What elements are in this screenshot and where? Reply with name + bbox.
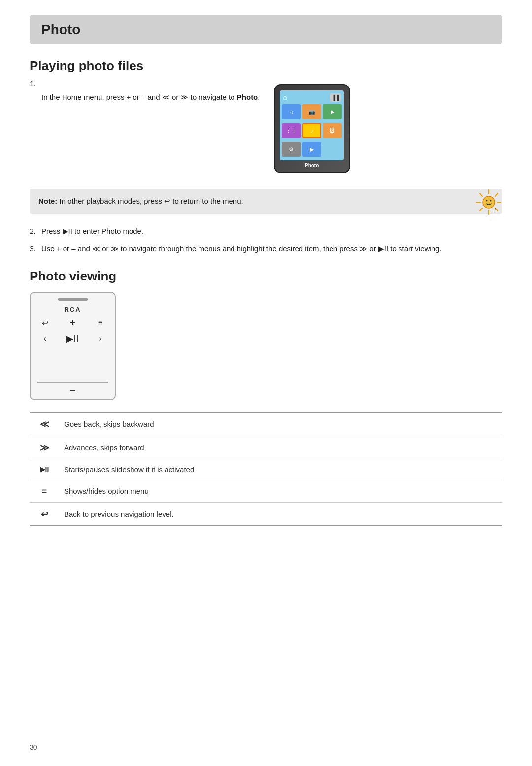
remote-mock-container: RCA ↩ + ≡ ‹ ▶II › – (30, 292, 502, 400)
remote-brand: RCA (64, 306, 81, 313)
control-desc-menu: Shows/hides option menu (59, 480, 502, 502)
control-row-nav: ↩ Back to previous navigation level. (30, 502, 502, 526)
step-1-num: 1. (30, 78, 36, 90)
control-row-back: ≪ Goes back, skips backward (30, 413, 502, 436)
remote-control: RCA ↩ + ≡ ‹ ▶II › – (30, 292, 116, 400)
remote-row-2: ‹ ▶II › (38, 333, 107, 344)
device-label: Photo (305, 162, 319, 169)
steps-list-2: 2. Press ▶II to enter Photo mode. 3. Use… (30, 226, 502, 255)
svg-line-5 (480, 208, 482, 211)
device-mock: ⌂ ▐▐ ♫ 📷 ▶ ⋮⋮ ♪ 🖼 ⚙ ▶ (274, 84, 350, 173)
left-btn: ‹ (38, 334, 52, 343)
play-icon: ▶ (302, 142, 322, 157)
page-number: 30 (30, 743, 37, 751)
step-2-num: 2. (30, 226, 36, 237)
video-icon: ▶ (323, 104, 342, 119)
remote-bottom: – (37, 382, 108, 395)
sun-illustration: ♪ (475, 189, 502, 216)
page-title-bar: Photo (30, 15, 502, 44)
photo-viewing-heading: Photo viewing (30, 269, 502, 284)
remote-row-1: ↩ + ≡ (38, 318, 107, 328)
step-3: 3. Use + or – and ≪ or ≫ to navigate thr… (30, 244, 502, 255)
control-desc-nav: Back to previous navigation level. (59, 502, 502, 526)
control-row-forward: ≫ Advances, skips forward (30, 436, 502, 459)
control-symbol-play: ▶II (30, 459, 59, 480)
svg-text:♪: ♪ (494, 206, 497, 211)
nav-icon: ♪ (302, 123, 322, 138)
step-2-text: Press ▶II to enter Photo mode. (41, 227, 143, 235)
control-desc-back: Goes back, skips backward (59, 413, 502, 436)
camera-icon: 📷 (302, 104, 322, 119)
playing-section: Playing photo files 1. In the Home menu,… (30, 58, 502, 255)
photo-icon: 🖼 (323, 123, 342, 138)
svg-point-9 (486, 200, 488, 202)
play-pause-btn: ▶II (66, 333, 80, 344)
note-bold: Note: (38, 197, 57, 205)
steps-list: 1. In the Home menu, press + or – and ≪ … (30, 78, 502, 182)
device-screen: ⌂ ▐▐ ♫ 📷 ▶ ⋮⋮ ♪ 🖼 ⚙ ▶ (280, 90, 344, 160)
svg-point-10 (490, 200, 492, 202)
page-title: Photo (41, 22, 491, 37)
control-desc-forward: Advances, skips forward (59, 436, 502, 459)
step-1: 1. In the Home menu, press + or – and ≪ … (30, 78, 502, 182)
plus-btn: + (66, 318, 80, 328)
photo-viewing-section: Photo viewing RCA ↩ + ≡ ‹ ▶II › (30, 269, 502, 526)
control-symbol-nav: ↩ (30, 502, 59, 526)
step-2: 2. Press ▶II to enter Photo mode. (30, 226, 502, 237)
control-row-play: ▶II Starts/pauses slideshow if it is act… (30, 459, 502, 480)
control-row-menu: ≡ Shows/hides option menu (30, 480, 502, 502)
home-icon: ⌂ (283, 92, 287, 103)
svg-line-1 (495, 193, 498, 196)
page-wrapper: Photo Playing photo files 1. In the Home… (0, 0, 532, 766)
step-3-text: Use + or – and ≪ or ≫ to navigate throug… (41, 244, 442, 253)
control-symbol-menu: ≡ (30, 480, 59, 502)
device-image: ⌂ ▐▐ ♫ 📷 ▶ ⋮⋮ ♪ 🖼 ⚙ ▶ (274, 84, 350, 173)
step-3-num: 3. (30, 244, 36, 255)
svg-line-7 (480, 193, 482, 196)
note-box: Note: In other playback modes, press ↩ t… (30, 189, 502, 214)
note-text: In other playback modes, press ↩ to retu… (60, 197, 243, 205)
back-btn: ↩ (38, 318, 52, 328)
playing-heading: Playing photo files (30, 58, 502, 73)
menu-btn: ≡ (94, 318, 107, 327)
music-icon: ♫ (282, 104, 301, 119)
step-1-text: In the Home menu, press + or – and ≪ or … (41, 93, 260, 101)
remote-top-bar (58, 298, 88, 301)
control-desc-play: Starts/pauses slideshow if it is activat… (59, 459, 502, 480)
screen-topbar: ⌂ ▐▐ (282, 92, 342, 103)
control-symbol-forward: ≫ (30, 436, 59, 459)
settings-icon: ⚙ (282, 142, 301, 157)
right-btn: › (94, 334, 107, 343)
device-grid: ♫ 📷 ▶ ⋮⋮ ♪ 🖼 ⚙ ▶ (282, 104, 342, 159)
minus-btn: – (70, 385, 75, 395)
svg-point-8 (483, 196, 495, 208)
control-symbol-back: ≪ (30, 413, 59, 436)
controls-table: ≪ Goes back, skips backward ≫ Advances, … (30, 412, 502, 526)
apps-icon: ⋮⋮ (282, 123, 301, 138)
battery-icon: ▐▐ (330, 93, 341, 102)
